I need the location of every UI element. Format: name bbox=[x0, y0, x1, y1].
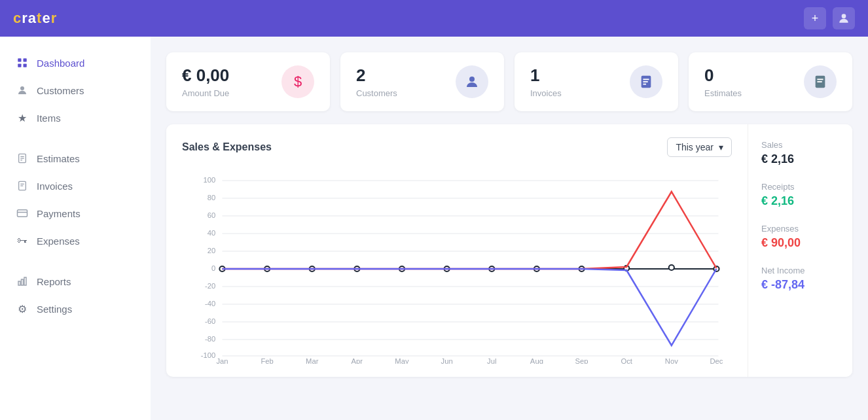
expenses-value: € 90,00 bbox=[761, 236, 839, 250]
customers-icon-card bbox=[456, 65, 488, 98]
amount-due-value: € 0,00 bbox=[182, 65, 229, 86]
receipts-value: € 2,16 bbox=[761, 194, 839, 208]
sidebar-label-dashboard: Dashboard bbox=[37, 58, 84, 69]
chart-section: Sales & Expenses This year ▾ .grid-line … bbox=[166, 124, 852, 377]
payments-icon bbox=[16, 207, 29, 220]
sales-label: Sales bbox=[761, 140, 839, 150]
expenses-label: Expenses bbox=[761, 224, 839, 234]
svg-text:-40: -40 bbox=[205, 300, 215, 307]
amount-due-label: Amount Due bbox=[182, 88, 229, 98]
card-customers: 2 Customers bbox=[340, 52, 504, 111]
svg-rect-21 bbox=[643, 81, 647, 82]
sidebar-label-items: Items bbox=[37, 113, 61, 124]
receipts-label: Receipts bbox=[761, 182, 839, 192]
svg-text:40: 40 bbox=[208, 229, 216, 237]
expenses-icon: 🗝 bbox=[16, 234, 29, 247]
svg-point-18 bbox=[469, 77, 475, 82]
svg-rect-17 bbox=[24, 277, 26, 285]
sidebar-item-invoices[interactable]: Invoices bbox=[0, 173, 151, 199]
summary-cards: € 0,00 Amount Due $ 2 Customers 1 Invoic… bbox=[166, 52, 852, 111]
svg-rect-15 bbox=[18, 281, 20, 285]
svg-text:Feb: Feb bbox=[261, 357, 273, 364]
svg-rect-4 bbox=[24, 64, 27, 67]
svg-text:-100: -100 bbox=[201, 351, 216, 359]
estimates-icon bbox=[16, 152, 29, 165]
svg-text:Sep: Sep bbox=[575, 357, 588, 364]
settings-icon: ⚙ bbox=[16, 302, 29, 315]
customers-value: 2 bbox=[356, 65, 397, 86]
filter-label: This year bbox=[676, 142, 714, 152]
invoices-icon-card bbox=[630, 65, 662, 98]
svg-text:100: 100 bbox=[203, 176, 215, 184]
svg-text:-60: -60 bbox=[205, 317, 215, 325]
sidebar-label-invoices: Invoices bbox=[37, 181, 73, 192]
chart-canvas: .grid-line { stroke: #e5e7eb; stroke-wid… bbox=[182, 167, 732, 364]
chart-title: Sales & Expenses bbox=[182, 141, 272, 153]
svg-text:Mar: Mar bbox=[306, 357, 319, 364]
sidebar-item-dashboard[interactable]: Dashboard bbox=[0, 50, 151, 76]
sidebar-label-reports: Reports bbox=[37, 276, 71, 287]
svg-text:Jan: Jan bbox=[216, 357, 228, 364]
card-estimates: 0 Estimates bbox=[689, 52, 852, 111]
sidebar-divider-2 bbox=[0, 255, 151, 267]
svg-rect-25 bbox=[817, 81, 822, 82]
chevron-down-icon: ▾ bbox=[719, 142, 723, 152]
sidebar-item-items[interactable]: ★ Items bbox=[0, 105, 151, 131]
sidebar: Dashboard Customers ★ Items Estimates In… bbox=[0, 37, 151, 420]
svg-rect-24 bbox=[817, 79, 823, 80]
svg-text:Jul: Jul bbox=[487, 357, 496, 364]
header-actions: + bbox=[804, 7, 855, 29]
chart-stats: Sales € 2,16 Receipts € 2,16 Expenses € … bbox=[748, 124, 852, 377]
chart-filter-dropdown[interactable]: This year ▾ bbox=[667, 137, 732, 157]
main-content: € 0,00 Amount Due $ 2 Customers 1 Invoic… bbox=[151, 37, 868, 420]
chart-svg: .grid-line { stroke: #e5e7eb; stroke-wid… bbox=[182, 167, 732, 364]
svg-point-5 bbox=[20, 86, 24, 90]
reports-icon bbox=[16, 275, 29, 288]
estimates-icon-card bbox=[804, 65, 837, 98]
chart-header: Sales & Expenses This year ▾ bbox=[182, 137, 732, 157]
app-header: crater + bbox=[0, 0, 868, 37]
estimates-value: 0 bbox=[704, 65, 742, 86]
items-icon: ★ bbox=[16, 111, 29, 124]
svg-rect-2 bbox=[24, 58, 27, 61]
sidebar-item-payments[interactable]: Payments bbox=[0, 200, 151, 226]
net-income-value: € -87,84 bbox=[761, 278, 839, 292]
customers-icon bbox=[16, 84, 29, 97]
sidebar-label-payments: Payments bbox=[37, 208, 81, 219]
svg-text:Apr: Apr bbox=[352, 357, 363, 364]
invoices-value: 1 bbox=[530, 65, 562, 86]
avatar[interactable] bbox=[833, 7, 855, 29]
svg-text:0: 0 bbox=[211, 264, 215, 272]
invoices-icon bbox=[16, 179, 29, 192]
invoices-label: Invoices bbox=[530, 88, 562, 98]
svg-rect-16 bbox=[22, 279, 24, 285]
svg-text:May: May bbox=[395, 357, 409, 364]
sidebar-item-estimates[interactable]: Estimates bbox=[0, 145, 151, 171]
sidebar-item-expenses[interactable]: 🗝 Expenses bbox=[0, 228, 151, 254]
net-income-label: Net Income bbox=[761, 266, 839, 275]
svg-text:Dec: Dec bbox=[710, 357, 723, 364]
sidebar-item-customers[interactable]: Customers bbox=[0, 77, 151, 103]
stat-expenses: Expenses € 90,00 bbox=[761, 224, 839, 250]
svg-text:60: 60 bbox=[208, 211, 216, 219]
dashboard-icon bbox=[16, 56, 29, 69]
sidebar-item-settings[interactable]: ⚙ Settings bbox=[0, 296, 151, 322]
sidebar-label-estimates: Estimates bbox=[37, 153, 80, 164]
sidebar-label-expenses: Expenses bbox=[37, 236, 80, 247]
amount-due-icon: $ bbox=[281, 65, 314, 98]
sales-value: € 2,16 bbox=[761, 152, 839, 166]
svg-rect-22 bbox=[643, 84, 646, 85]
customers-label: Customers bbox=[356, 88, 397, 98]
svg-rect-20 bbox=[643, 79, 649, 80]
sidebar-item-reports[interactable]: Reports bbox=[0, 268, 151, 294]
sidebar-label-settings: Settings bbox=[37, 304, 72, 315]
svg-rect-1 bbox=[18, 58, 21, 61]
svg-rect-3 bbox=[18, 64, 21, 67]
svg-text:-20: -20 bbox=[205, 282, 215, 290]
svg-text:80: 80 bbox=[208, 194, 216, 201]
app-body: Dashboard Customers ★ Items Estimates In… bbox=[0, 37, 868, 420]
card-amount-due: € 0,00 Amount Due $ bbox=[166, 52, 330, 111]
stat-net-income: Net Income € -87,84 bbox=[761, 266, 839, 292]
add-button[interactable]: + bbox=[804, 7, 826, 29]
svg-point-70 bbox=[669, 265, 674, 270]
